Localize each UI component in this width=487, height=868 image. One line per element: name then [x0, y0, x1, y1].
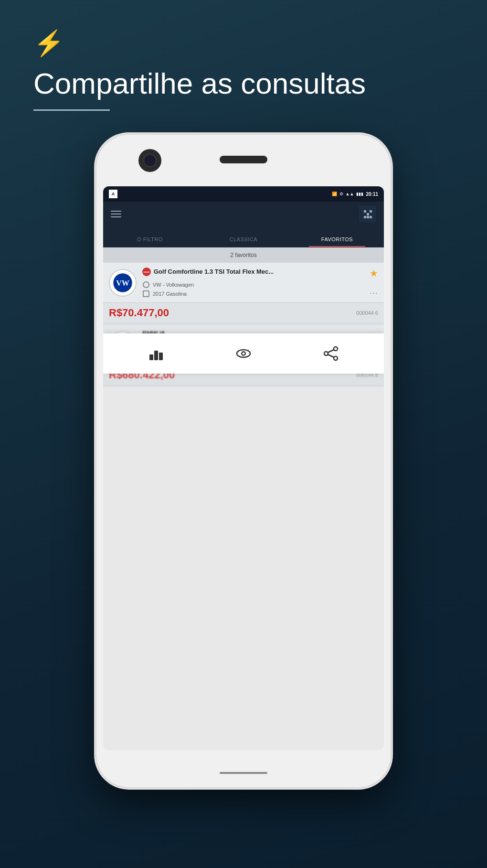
car-code-1: 000044 6: [356, 310, 378, 316]
brand-icon-1: [142, 281, 150, 289]
signal-icon: ▲▲: [346, 192, 354, 196]
car-info-1: — Golf Comfortline 1.3 TSI Total Flex Me…: [142, 268, 378, 298]
page-title: Compartilhe as consultas: [33, 67, 454, 100]
qr-cell: [367, 216, 369, 218]
car-card-1-top: VW — Golf Comfortline 1.3 TSI Total Flex…: [103, 263, 384, 302]
tab-filtro[interactable]: O FILTRO: [103, 236, 197, 247]
car-title-with-icon-1: — Golf Comfortline 1.3 TSI Total Flex Me…: [142, 268, 274, 276]
car-card-1-bottom: R$70.477,00 000044 6: [103, 302, 384, 323]
qr-cell: [364, 210, 366, 213]
car-price-1: R$70.477,00: [109, 307, 169, 319]
car-list: VW — Golf Comfortline 1.3 TSI Total Flex…: [103, 263, 384, 387]
car-title-1: Golf Comfortline 1.3 TSI Total Flex Mec.…: [154, 268, 274, 276]
star-icon-1[interactable]: ★: [370, 268, 378, 279]
eye-icon: [235, 345, 252, 362]
status-icon-1: —: [142, 268, 151, 276]
minus-icon: —: [144, 269, 149, 275]
calendar-icon-1: [142, 290, 150, 298]
app-logo: A: [109, 190, 117, 198]
status-left: A: [109, 190, 117, 198]
bluetooth-icon: 📶: [332, 192, 337, 196]
action-bar: [103, 333, 384, 374]
qr-cell: [364, 216, 366, 218]
svg-rect-3: [154, 351, 158, 360]
svg-line-12: [328, 354, 334, 357]
time-display: 20:11: [366, 192, 378, 197]
status-bar: A 📶 ⚙ ▲▲ ▮▮▮ 20:11: [103, 186, 384, 202]
tab-favoritos[interactable]: FAVORITOS: [290, 236, 384, 247]
settings-icon: ⚙: [339, 192, 343, 196]
qr-cell: [370, 210, 372, 213]
qr-cell: [367, 210, 369, 213]
header-section: ⚡ Compartilhe as consultas: [0, 0, 487, 130]
home-bar: [220, 772, 267, 774]
qr-cell: [364, 213, 366, 215]
qr-icon: [364, 210, 372, 218]
svg-rect-2: [149, 354, 153, 360]
svg-point-10: [334, 356, 338, 360]
svg-text:VW: VW: [116, 279, 129, 287]
phone-speaker: [220, 156, 267, 163]
hamburger-line-2: [111, 214, 121, 214]
car-year-1: 2017 Gasolina: [153, 291, 187, 297]
tab-classica[interactable]: CLÁSSICA: [197, 236, 290, 247]
hamburger-line-1: [111, 211, 121, 212]
phone-camera: [138, 149, 161, 172]
car-title-row-1: — Golf Comfortline 1.3 TSI Total Flex Me…: [142, 268, 378, 279]
svg-rect-4: [159, 353, 163, 360]
svg-point-9: [324, 352, 328, 355]
hamburger-line-3: [111, 216, 121, 217]
status-right: 📶 ⚙ ▲▲ ▮▮▮ 20:11: [332, 192, 378, 197]
qr-cell: [370, 213, 372, 215]
phone-wrapper: A 📶 ⚙ ▲▲ ▮▮▮ 20:11: [95, 134, 392, 793]
more-options-1[interactable]: ···: [370, 288, 378, 298]
calendar-outline-icon: [143, 290, 149, 297]
svg-line-11: [328, 350, 334, 353]
favorites-count: 2 favoritos: [103, 247, 384, 263]
qr-cell: [367, 213, 369, 215]
qr-code-button[interactable]: [359, 205, 376, 223]
qr-cell: [370, 216, 372, 218]
share-icon: [322, 345, 339, 362]
car-brand-1: VW - Volkswagen: [153, 282, 194, 288]
svg-point-7: [242, 353, 244, 355]
svg-point-8: [334, 347, 338, 351]
car-logo-vw: VW: [109, 269, 137, 297]
chart-icon: [148, 345, 165, 362]
app-toolbar: [103, 202, 384, 226]
chart-button[interactable]: [138, 341, 174, 366]
hamburger-menu-button[interactable]: [111, 211, 121, 217]
battery-icon: ▮▮▮: [356, 192, 363, 196]
title-underline: [33, 109, 110, 111]
car-card-1[interactable]: VW — Golf Comfortline 1.3 TSI Total Flex…: [103, 263, 384, 323]
circle-icon: [143, 281, 149, 288]
app-tabs: O FILTRO CLÁSSICA FAVORITOS: [103, 226, 384, 247]
vw-logo-svg: VW: [112, 272, 133, 293]
share-button[interactable]: [313, 341, 349, 366]
phone-screen: A 📶 ⚙ ▲▲ ▮▮▮ 20:11: [103, 186, 384, 750]
lightning-icon: ⚡: [33, 29, 454, 58]
car-year-row-1: 2017 Gasolina: [142, 290, 378, 298]
eye-button[interactable]: [225, 341, 262, 366]
phone-outer: A 📶 ⚙ ▲▲ ▮▮▮ 20:11: [95, 134, 392, 788]
car-brand-row-1: VW - Volkswagen: [142, 281, 378, 289]
